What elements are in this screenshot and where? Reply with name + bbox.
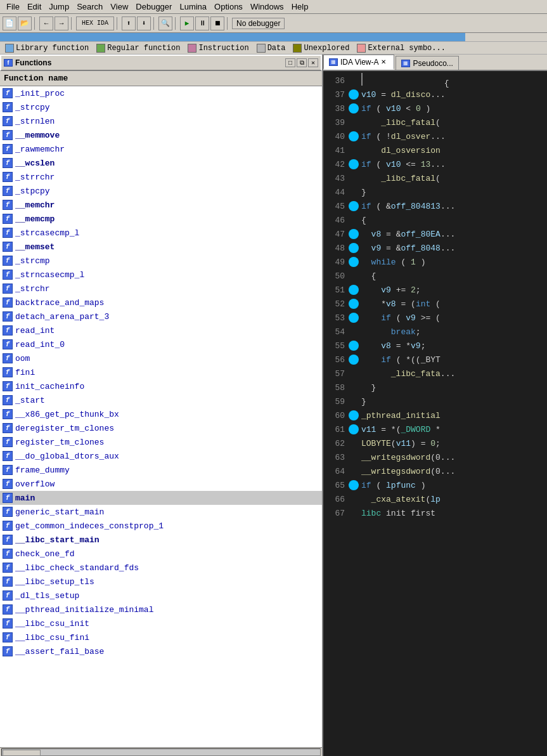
breakpoint-dot[interactable] bbox=[349, 410, 359, 420]
toolbar-export[interactable]: ⬆ bbox=[122, 16, 136, 30]
function-item[interactable]: fcheck_one_fd bbox=[0, 547, 322, 561]
breakpoint-dot[interactable] bbox=[349, 355, 359, 365]
breakpoint-dot[interactable] bbox=[349, 424, 359, 434]
menu-lumina[interactable]: Lumina bbox=[176, 1, 210, 12]
code-text: if ( v10 < 0 ) bbox=[361, 104, 430, 114]
function-item[interactable]: f_strcmp bbox=[0, 254, 322, 268]
menu-debugger[interactable]: Debugger bbox=[132, 1, 176, 12]
menu-search[interactable]: Search bbox=[73, 1, 106, 12]
tab-ida-close[interactable]: ✕ bbox=[381, 58, 389, 66]
breakpoint-dot[interactable] bbox=[349, 480, 359, 490]
function-item[interactable]: ffini bbox=[0, 365, 322, 379]
function-item[interactable]: fread_int bbox=[0, 323, 322, 337]
function-item[interactable]: f__wcslen bbox=[0, 156, 322, 170]
function-item[interactable]: f_start bbox=[0, 393, 322, 407]
function-item[interactable]: f__libc_csu_init bbox=[0, 616, 322, 630]
function-item[interactable]: fmain bbox=[0, 491, 322, 505]
function-item[interactable]: f_strrchr bbox=[0, 170, 322, 184]
panel-float-btn[interactable]: ⧉ bbox=[297, 58, 307, 67]
function-item[interactable]: f__pthread_initialize_minimal bbox=[0, 603, 322, 616]
h-scrollbar-track[interactable] bbox=[1, 748, 321, 756]
toolbar-find[interactable]: 🔍 bbox=[158, 16, 172, 30]
function-item[interactable]: f_init_proc bbox=[0, 86, 322, 100]
function-item[interactable]: f__memmove bbox=[0, 128, 322, 142]
breakpoint-dot[interactable] bbox=[349, 159, 359, 169]
function-name: register_tm_clones bbox=[15, 438, 104, 447]
menu-view[interactable]: View bbox=[106, 1, 132, 12]
function-item[interactable]: f__memcmp bbox=[0, 212, 322, 226]
toolbar-down[interactable]: ⬇ bbox=[137, 16, 151, 30]
code-line: 60_pthread_initial bbox=[323, 408, 547, 422]
function-item[interactable]: f__x86_get_pc_thunk_bx bbox=[0, 407, 322, 421]
breakpoint-dot[interactable] bbox=[349, 257, 359, 267]
breakpoint-dot[interactable] bbox=[349, 89, 359, 100]
code-line: 61v11 = *(_DWORD * bbox=[323, 422, 547, 436]
function-item[interactable]: fdetach_arena_part_3 bbox=[0, 310, 322, 323]
function-item[interactable]: fread_int_0 bbox=[0, 337, 322, 351]
menu-options[interactable]: Options bbox=[210, 1, 247, 12]
function-item[interactable]: f_rawmemchr bbox=[0, 142, 322, 156]
function-name: _strrchr bbox=[15, 173, 55, 182]
function-name: read_int bbox=[15, 326, 55, 336]
function-item[interactable]: f__libc_check_standard_fds bbox=[0, 561, 322, 575]
toolbar-run[interactable]: ▶ bbox=[180, 16, 194, 30]
function-item[interactable]: f_strchr bbox=[0, 282, 322, 296]
function-name: __do_global_dtors_aux bbox=[15, 452, 119, 461]
function-item[interactable]: foverflow bbox=[0, 477, 322, 491]
function-item[interactable]: fregister_tm_clones bbox=[0, 435, 322, 449]
function-item[interactable]: fbacktrace_and_maps bbox=[0, 296, 322, 310]
function-item[interactable]: foom bbox=[0, 351, 322, 365]
panel-close-btn[interactable]: ✕ bbox=[308, 58, 318, 67]
menu-jump[interactable]: Jump bbox=[45, 1, 73, 12]
toolbar-stop[interactable]: ⏹ bbox=[210, 16, 224, 30]
function-item[interactable]: f__assert_fail_base bbox=[0, 644, 322, 658]
menu-windows[interactable]: Windows bbox=[247, 1, 288, 12]
line-number: 52 bbox=[323, 299, 349, 309]
tab-pseudocode[interactable]: ▦ Pseudoco... bbox=[396, 56, 458, 70]
function-item[interactable]: f_strncasecmp_l bbox=[0, 268, 322, 282]
h-scrollbar-thumb[interactable] bbox=[3, 750, 41, 756]
line-number: 36 bbox=[323, 76, 349, 86]
toolbar-forward[interactable]: → bbox=[55, 16, 68, 30]
breakpoint-dot[interactable] bbox=[349, 229, 359, 239]
breakpoint-dot[interactable] bbox=[349, 103, 359, 114]
function-item[interactable]: finit_cacheinfo bbox=[0, 379, 322, 393]
function-item[interactable]: f__libc_start_main bbox=[0, 533, 322, 547]
toolbar-open[interactable]: 📂 bbox=[18, 16, 32, 30]
function-item[interactable]: f__libc_csu_fini bbox=[0, 630, 322, 644]
function-item[interactable]: fget_common_indeces_constprop_1 bbox=[0, 519, 322, 533]
breakpoint-dot[interactable] bbox=[349, 299, 359, 309]
toolbar-back[interactable]: ← bbox=[39, 16, 53, 30]
function-item[interactable]: f_strnlen bbox=[0, 114, 322, 128]
menu-file[interactable]: File bbox=[3, 1, 23, 12]
code-text: _libc_fata... bbox=[361, 369, 455, 379]
toolbar-new[interactable]: 📄 bbox=[3, 16, 16, 30]
toolbar-btn-3[interactable]: HEX IDA bbox=[76, 16, 114, 30]
function-item[interactable]: f_dl_tls_setup bbox=[0, 589, 322, 603]
breakpoint-dot[interactable] bbox=[349, 341, 359, 351]
menu-help[interactable]: Help bbox=[288, 1, 312, 12]
breakpoint-dot[interactable] bbox=[349, 201, 359, 211]
functions-scrollbar[interactable] bbox=[0, 747, 322, 756]
breakpoint-dot[interactable] bbox=[349, 313, 359, 323]
tab-ida-view[interactable]: ▦ IDA View-A ✕ bbox=[323, 55, 394, 70]
function-item[interactable]: f_strcpy bbox=[0, 100, 322, 114]
function-item[interactable]: f__do_global_dtors_aux bbox=[0, 449, 322, 463]
line-number: 41 bbox=[323, 146, 349, 155]
function-item[interactable]: f__libc_setup_tls bbox=[0, 575, 322, 589]
breakpoint-dot[interactable] bbox=[349, 285, 359, 295]
functions-list[interactable]: f_init_procf_strcpyf_strnlenf__memmovef_… bbox=[0, 86, 322, 747]
function-item[interactable]: fframe_dummy bbox=[0, 463, 322, 477]
function-item[interactable]: f__memset bbox=[0, 240, 322, 254]
function-item[interactable]: fderegister_tm_clones bbox=[0, 421, 322, 435]
function-item[interactable]: f_strcasecmp_l bbox=[0, 226, 322, 240]
toolbar-pause[interactable]: ⏸ bbox=[195, 16, 209, 30]
function-item[interactable]: fgeneric_start_main bbox=[0, 505, 322, 519]
function-icon: f bbox=[3, 451, 13, 461]
breakpoint-dot[interactable] bbox=[349, 243, 359, 253]
function-item[interactable]: f__memchr bbox=[0, 198, 322, 212]
function-item[interactable]: f_stpcpy bbox=[0, 184, 322, 198]
breakpoint-dot[interactable] bbox=[349, 131, 359, 141]
panel-restore-btn[interactable]: □ bbox=[285, 58, 295, 67]
menu-edit[interactable]: Edit bbox=[23, 1, 45, 12]
